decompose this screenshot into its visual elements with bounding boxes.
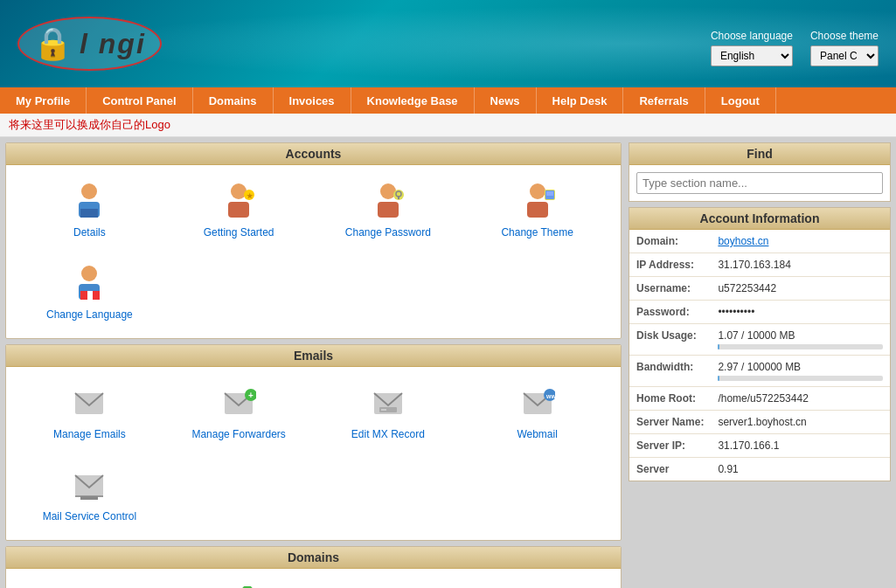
svg-text:www: www bbox=[545, 393, 555, 399]
nav-news[interactable]: News bbox=[475, 87, 537, 114]
edit-mx-icon bbox=[371, 384, 406, 423]
bandwidth-row: Bandwidth: 2.97 / 100000 MB bbox=[629, 356, 890, 387]
mail-service-icon bbox=[72, 467, 107, 505]
theme-label: Choose theme bbox=[810, 30, 879, 42]
svg-point-7 bbox=[380, 183, 396, 199]
find-input-wrap bbox=[629, 165, 890, 201]
language-select[interactable]: English Chinese Spanish bbox=[711, 45, 793, 66]
emails-grid: Manage Emails + Manage Forwarders bbox=[6, 367, 621, 458]
server-ip-row: Server IP: 31.170.166.1 bbox=[629, 434, 890, 458]
main-content: Accounts Details bbox=[0, 137, 896, 588]
logo-area: 🔒 l ngi bbox=[17, 17, 162, 71]
nav-referrals[interactable]: Referrals bbox=[623, 87, 705, 114]
bandwidth-progress-fill bbox=[718, 376, 719, 381]
mail-service-control-item[interactable]: Mail Service Control bbox=[15, 458, 164, 531]
change-language-link[interactable]: Change Language bbox=[46, 308, 133, 321]
domains-section: Domains Subdomains bbox=[5, 546, 622, 588]
domain-label: Domain: bbox=[629, 230, 711, 253]
edit-mx-link[interactable]: Edit MX Record bbox=[351, 428, 425, 440]
notice-text: 将来这里可以换成你自己的Logo bbox=[9, 118, 170, 131]
accounts-grid: Details ★ Getting Started bbox=[6, 165, 621, 256]
lock-icon: 🔒 bbox=[33, 25, 73, 62]
language-group: Choose language English Chinese Spanish bbox=[711, 30, 793, 66]
getting-started-link[interactable]: Getting Started bbox=[204, 226, 274, 239]
home-root-label: Home Root: bbox=[629, 387, 711, 411]
parked-domains-item[interactable]: + Parked Domains bbox=[164, 578, 314, 588]
svg-rect-16 bbox=[546, 191, 553, 196]
svg-point-3 bbox=[231, 183, 247, 199]
change-theme-item[interactable]: Change Theme bbox=[462, 174, 612, 247]
svg-rect-34 bbox=[80, 496, 98, 500]
account-info-title: Account Information bbox=[629, 208, 890, 230]
server-name-value: server1.boyhost.cn bbox=[711, 411, 890, 434]
details-person-icon bbox=[72, 183, 107, 221]
details-link[interactable]: Details bbox=[73, 226, 106, 239]
domains-grid: Subdomains + Parked Domains bbox=[6, 569, 621, 588]
edit-mx-item[interactable]: Edit MX Record bbox=[314, 376, 463, 449]
svg-text:★: ★ bbox=[247, 192, 254, 200]
nav-invoices[interactable]: Invoices bbox=[274, 87, 351, 114]
bandwidth-value: 2.97 / 100000 MB bbox=[718, 361, 801, 373]
username-value: u572253442 bbox=[711, 277, 890, 301]
svg-rect-20 bbox=[87, 291, 93, 300]
svg-point-0 bbox=[81, 183, 97, 199]
svg-rect-4 bbox=[228, 202, 249, 218]
emails-grid-row2: Mail Service Control bbox=[6, 458, 621, 540]
disk-progress-fill bbox=[718, 344, 719, 349]
svg-text:+: + bbox=[248, 391, 254, 400]
webmail-item[interactable]: www Webmail bbox=[462, 376, 612, 449]
addon-domains-item[interactable]: + Addon Domains bbox=[314, 578, 463, 588]
manage-forwarders-link[interactable]: Manage Forwarders bbox=[191, 428, 285, 440]
nav-my-profile[interactable]: My Profile bbox=[0, 87, 87, 114]
username-row: Username: u572253442 bbox=[629, 277, 890, 301]
top-bar: 🔒 l ngi Choose language English Chinese … bbox=[0, 0, 896, 87]
svg-rect-11 bbox=[398, 196, 399, 199]
subdomains-item[interactable]: Subdomains bbox=[15, 578, 164, 588]
password-row: Password: •••••••••• bbox=[629, 301, 890, 324]
webmail-link[interactable]: Webmail bbox=[517, 428, 557, 440]
nav-bar: My Profile Control Panel Domains Invoice… bbox=[0, 87, 896, 114]
change-theme-icon bbox=[520, 183, 555, 221]
nav-logout[interactable]: Logout bbox=[705, 87, 776, 114]
disk-cell: 1.07 / 10000 MB bbox=[711, 324, 890, 356]
nav-domains[interactable]: Domains bbox=[193, 87, 274, 114]
manage-emails-link[interactable]: Manage Emails bbox=[53, 428, 126, 440]
domain-value-link[interactable]: boyhost.cn bbox=[718, 235, 768, 247]
account-info-box: Account Information Domain: boyhost.cn I… bbox=[629, 207, 891, 481]
change-language-item[interactable]: Change Language bbox=[15, 256, 164, 329]
change-password-item[interactable]: Change Password bbox=[314, 174, 463, 247]
nav-help-desk[interactable]: Help Desk bbox=[537, 87, 624, 114]
svg-rect-2 bbox=[80, 209, 98, 218]
mail-service-control-link[interactable]: Mail Service Control bbox=[43, 510, 136, 522]
server-label: Server bbox=[629, 458, 711, 481]
change-theme-link[interactable]: Change Theme bbox=[501, 226, 573, 239]
change-password-link[interactable]: Change Password bbox=[345, 226, 431, 239]
nav-control-panel[interactable]: Control Panel bbox=[87, 87, 193, 114]
bandwidth-progress-bar bbox=[718, 376, 883, 381]
ip-value: 31.170.163.184 bbox=[711, 253, 890, 277]
getting-started-item[interactable]: ★ Getting Started bbox=[164, 174, 314, 247]
theme-select[interactable]: Panel A Panel B Panel C bbox=[810, 45, 879, 66]
find-box: Find bbox=[629, 142, 891, 202]
notice-bar: 将来这里可以换成你自己的Logo bbox=[0, 114, 896, 137]
svg-rect-28 bbox=[381, 409, 386, 411]
server-ip-value: 31.170.166.1 bbox=[711, 434, 890, 458]
bandwidth-label: Bandwidth: bbox=[629, 356, 711, 387]
getting-started-icon: ★ bbox=[221, 183, 256, 221]
disk-label: Disk Usage: bbox=[629, 324, 711, 356]
server-value: 0.91 bbox=[711, 458, 890, 481]
redirects-item[interactable]: Redirects bbox=[462, 578, 612, 588]
disk-progress-bar bbox=[718, 344, 883, 349]
accounts-grid-row2: Change Language bbox=[6, 256, 621, 338]
disk-value: 1.07 / 10000 MB bbox=[718, 329, 795, 342]
manage-emails-item[interactable]: Manage Emails bbox=[15, 376, 164, 449]
manage-forwarders-item[interactable]: + Manage Forwarders bbox=[164, 376, 314, 449]
find-input[interactable] bbox=[636, 172, 883, 194]
ip-label: IP Address: bbox=[629, 253, 711, 277]
accounts-title: Accounts bbox=[6, 143, 621, 165]
nav-knowledge-base[interactable]: Knowledge Base bbox=[351, 87, 475, 114]
webmail-icon: www bbox=[520, 384, 555, 423]
details-item[interactable]: Details bbox=[15, 174, 164, 247]
logo-oval: 🔒 l ngi bbox=[17, 17, 162, 71]
password-label: Password: bbox=[629, 301, 711, 324]
